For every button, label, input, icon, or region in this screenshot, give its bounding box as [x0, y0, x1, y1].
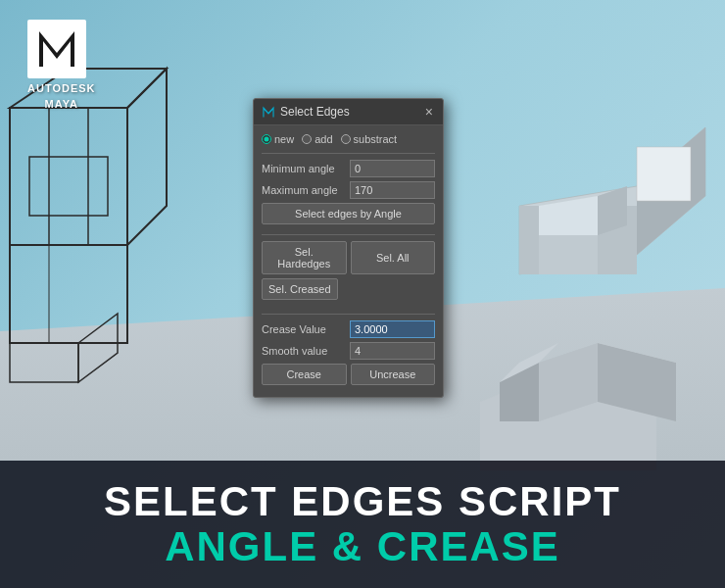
radio-substract-label: substract: [354, 133, 398, 145]
separator-2: [262, 234, 435, 235]
crease-value-label: Crease Value: [262, 323, 350, 335]
min-angle-row: Minimum angle 0: [262, 160, 435, 177]
3d-block-right: [509, 78, 705, 274]
dialog-title-left: Select Edges: [262, 105, 350, 119]
svg-rect-3: [29, 157, 108, 216]
separator-1: [262, 153, 435, 154]
bottom-title-line1: SELECT EDGES SCRIPT: [104, 479, 621, 524]
bottom-title-line2: ANGLE & CREASE: [165, 524, 560, 569]
svg-rect-15: [539, 235, 598, 274]
select-edges-dialog: Select Edges × new add substract Minimum…: [253, 98, 444, 398]
bottom-text-overlay: SELECT EDGES SCRIPT ANGLE & CREASE: [0, 461, 725, 588]
smooth-value-row: Smooth value 4: [262, 342, 435, 360]
radio-new-circle[interactable]: [262, 134, 271, 144]
radio-add-circle[interactable]: [302, 134, 312, 144]
min-angle-value[interactable]: 0: [350, 160, 435, 177]
dialog-close-button[interactable]: ×: [423, 105, 435, 119]
svg-rect-8: [10, 343, 78, 382]
sel-all-button[interactable]: Sel. All: [351, 241, 436, 274]
svg-marker-9: [78, 314, 118, 382]
select-by-angle-button[interactable]: Select edges by Angle: [262, 203, 435, 224]
selection-mode-group: new add substract: [262, 133, 435, 145]
smooth-value-input[interactable]: 4: [350, 342, 435, 360]
smooth-value-label: Smooth value: [262, 345, 350, 357]
max-angle-value[interactable]: 170: [350, 181, 435, 199]
crease-uncrease-row: Crease Uncrease: [262, 364, 435, 385]
radio-substract[interactable]: substract: [341, 133, 398, 145]
svg-marker-2: [127, 69, 167, 245]
radio-add[interactable]: add: [302, 133, 332, 145]
crease-value-input[interactable]: 3.0000: [350, 320, 435, 338]
maya-logo-m: [35, 27, 78, 71]
separator-3: [262, 314, 435, 315]
svg-rect-13: [637, 147, 691, 201]
max-angle-row: Maximum angle 170: [262, 181, 435, 199]
dialog-title: Select Edges: [280, 105, 350, 119]
crease-value-row: Crease Value 3.0000: [262, 320, 435, 338]
logo-bg: [27, 20, 86, 78]
radio-substract-circle[interactable]: [341, 134, 351, 144]
sel-creased-button[interactable]: Sel. Creased: [262, 278, 338, 300]
svg-rect-0: [10, 108, 127, 245]
radio-new-label: new: [274, 133, 294, 145]
svg-marker-23: [39, 31, 74, 67]
crease-button[interactable]: Crease: [262, 364, 347, 385]
logo-text-autodesk: AUTODESK: [27, 82, 96, 94]
3d-stair-right: [480, 284, 725, 461]
logo-area: AUTODESK MAYA: [27, 20, 96, 110]
sel-hardedges-all-row: Sel. Hardedges Sel. All: [262, 241, 435, 274]
logo-text-maya: MAYA: [27, 98, 96, 110]
min-angle-label: Minimum angle: [262, 163, 350, 174]
sel-hardedges-button[interactable]: Sel. Hardedges: [262, 241, 347, 274]
max-angle-label: Maximum angle: [262, 184, 350, 196]
radio-new[interactable]: new: [262, 133, 294, 145]
dialog-titlebar: Select Edges ×: [254, 99, 443, 125]
uncrease-button[interactable]: Uncrease: [351, 364, 436, 385]
radio-add-label: add: [314, 133, 332, 145]
maya-icon-small: [262, 105, 275, 119]
dialog-body: new add substract Minimum angle 0 Maximu…: [254, 125, 443, 397]
svg-rect-6: [10, 245, 127, 343]
